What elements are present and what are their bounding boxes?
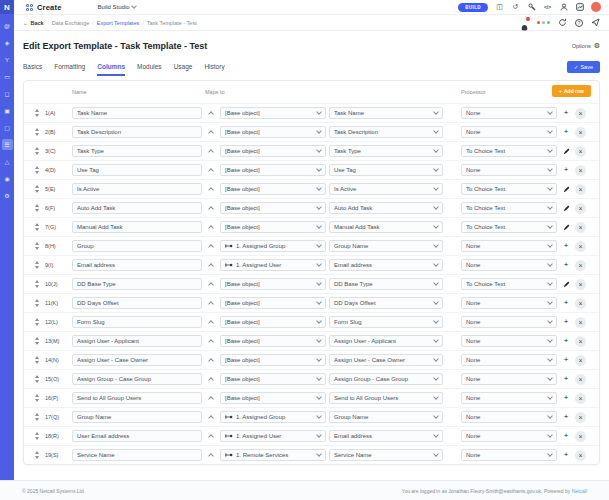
column-name-input[interactable] [72, 259, 202, 271]
processor-action-button[interactable]: + [560, 394, 572, 402]
processor-dropdown[interactable]: None [461, 373, 557, 385]
field-dropdown[interactable]: Manual Add Task [329, 221, 443, 233]
workspace-selector[interactable]: Build Studio [98, 4, 136, 10]
collapse-icon[interactable] [205, 205, 217, 211]
drag-handle-icon[interactable] [32, 223, 42, 231]
remove-row-button[interactable]: × [575, 450, 586, 461]
column-name-input[interactable] [72, 145, 202, 157]
processor-action-button[interactable]: + [560, 432, 572, 440]
tab-history[interactable]: History [204, 63, 224, 76]
remove-row-button[interactable]: × [575, 336, 586, 347]
field-dropdown[interactable]: Service Name [329, 449, 443, 461]
remove-row-button[interactable]: × [575, 260, 586, 271]
collapse-icon[interactable] [205, 262, 217, 268]
screens-icon[interactable]: ▭ [2, 71, 13, 82]
code-icon[interactable]: </> [543, 3, 552, 12]
column-name-input[interactable] [72, 126, 202, 138]
field-dropdown[interactable]: Group Name [329, 240, 443, 252]
collapse-icon[interactable] [205, 224, 217, 230]
chart-icon[interactable] [575, 3, 584, 12]
field-dropdown[interactable]: Use Tag [329, 164, 443, 176]
field-dropdown[interactable]: Group Name [329, 411, 443, 423]
user-avatar[interactable] [591, 2, 601, 12]
remove-row-button[interactable]: × [575, 146, 586, 157]
field-dropdown[interactable]: Email address [329, 259, 443, 271]
remove-row-button[interactable]: × [575, 431, 586, 442]
notifications-icon[interactable] [520, 18, 529, 27]
column-name-input[interactable] [72, 430, 202, 442]
collapse-icon[interactable] [205, 167, 217, 173]
field-dropdown[interactable]: DD Days Offset [329, 297, 443, 309]
remove-row-button[interactable]: × [575, 165, 586, 176]
processor-dropdown[interactable]: None [461, 240, 557, 252]
drag-handle-icon[interactable] [32, 261, 42, 269]
drag-handle-icon[interactable] [32, 375, 42, 383]
processor-action-button[interactable] [560, 186, 572, 193]
column-name-input[interactable] [72, 221, 202, 233]
field-dropdown[interactable]: DD Base Type [329, 278, 443, 290]
collapse-icon[interactable] [205, 433, 217, 439]
add-row-button[interactable]: + Add row [552, 85, 591, 97]
column-name-input[interactable] [72, 316, 202, 328]
send-icon[interactable] [591, 18, 600, 27]
processor-action-button[interactable] [560, 205, 572, 212]
collapse-icon[interactable] [205, 414, 217, 420]
maps-to-dropdown[interactable]: [Base object] [220, 126, 326, 138]
processor-dropdown[interactable]: None [461, 259, 557, 271]
column-name-input[interactable] [72, 202, 202, 214]
processor-dropdown[interactable]: None [461, 335, 557, 347]
save-button[interactable]: ✓ Save [567, 61, 600, 73]
field-dropdown[interactable]: Assign User - Applicant [329, 335, 443, 347]
maps-to-dropdown[interactable]: 1. Remote Services [220, 449, 326, 461]
column-name-input[interactable] [72, 449, 202, 461]
maps-to-dropdown[interactable]: [Base object] [220, 335, 326, 347]
processor-action-button[interactable]: + [560, 299, 572, 307]
processor-action-button[interactable]: + [560, 261, 572, 269]
drag-handle-icon[interactable] [32, 204, 42, 212]
drag-handle-icon[interactable] [32, 147, 42, 155]
drag-handle-icon[interactable] [32, 356, 42, 364]
drag-handle-icon[interactable] [32, 109, 42, 117]
column-name-input[interactable] [72, 278, 202, 290]
field-dropdown[interactable]: Email address [329, 430, 443, 442]
collapse-icon[interactable] [205, 300, 217, 306]
maps-to-dropdown[interactable]: [Base object] [220, 183, 326, 195]
collapse-icon[interactable] [205, 243, 217, 249]
back-button[interactable]: ← Back [23, 20, 44, 26]
column-name-input[interactable] [72, 335, 202, 347]
maps-to-dropdown[interactable]: [Base object] [220, 221, 326, 233]
maps-to-dropdown[interactable]: [Base object] [220, 316, 326, 328]
drag-handle-icon[interactable] [32, 166, 42, 174]
media-icon[interactable]: ▣ [2, 105, 13, 116]
drag-handle-icon[interactable] [32, 451, 42, 459]
processor-action-button[interactable]: + [560, 375, 572, 383]
collapse-icon[interactable] [205, 129, 217, 135]
field-dropdown[interactable]: Task Description [329, 126, 443, 138]
field-dropdown[interactable]: Assign Group - Case Group [329, 373, 443, 385]
maps-to-dropdown[interactable]: [Base object] [220, 202, 326, 214]
processor-dropdown[interactable]: None [461, 316, 557, 328]
help-icon[interactable]: ? [575, 19, 583, 27]
processor-dropdown[interactable]: None [461, 354, 557, 366]
drag-handle-icon[interactable] [32, 242, 42, 250]
account-icon[interactable]: @ [2, 20, 13, 31]
field-dropdown[interactable]: Task Name [329, 107, 443, 119]
drag-handle-icon[interactable] [32, 394, 42, 402]
wrench-icon[interactable] [527, 3, 536, 12]
maps-to-dropdown[interactable]: 1. Assigned User [220, 430, 326, 442]
refresh-icon[interactable] [558, 18, 567, 27]
field-dropdown[interactable]: Task Type [329, 145, 443, 157]
maps-to-dropdown[interactable]: [Base object] [220, 107, 326, 119]
user-icon[interactable] [559, 3, 568, 12]
processor-action-button[interactable]: + [560, 337, 572, 345]
collapse-icon[interactable] [205, 319, 217, 325]
column-name-input[interactable] [72, 183, 202, 195]
processor-dropdown[interactable]: None [461, 164, 557, 176]
breadcrumb-item[interactable]: Export Templates [97, 20, 139, 26]
maps-to-dropdown[interactable]: [Base object] [220, 297, 326, 309]
collapse-icon[interactable] [205, 281, 217, 287]
column-name-input[interactable] [72, 373, 202, 385]
remove-row-button[interactable]: × [575, 222, 586, 233]
maps-to-dropdown[interactable]: [Base object] [220, 145, 326, 157]
column-name-input[interactable] [72, 392, 202, 404]
